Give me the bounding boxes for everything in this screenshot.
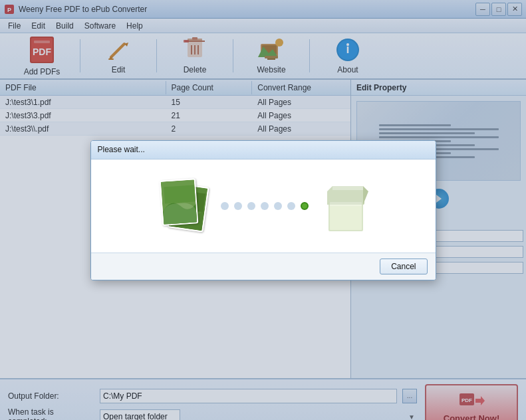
epub-target-icon	[322, 181, 365, 231]
progress-dot-2	[234, 202, 242, 210]
epub-box-svg	[322, 181, 368, 234]
progress-dot-5	[274, 202, 282, 210]
cancel-button[interactable]: Cancel	[380, 259, 427, 274]
please-wait-modal: Please wait...	[90, 140, 436, 280]
progress-dot-7	[301, 202, 309, 210]
svg-rect-34	[164, 185, 196, 203]
progress-dot-6	[287, 202, 295, 210]
photo-card-front	[160, 178, 199, 226]
progress-dots	[221, 202, 309, 210]
progress-dot-3	[247, 202, 255, 210]
modal-overlay: Please wait...	[0, 0, 526, 420]
modal-body	[91, 159, 436, 253]
svg-rect-38	[330, 202, 362, 206]
modal-footer: Cancel	[91, 253, 436, 280]
progress-dot-4	[261, 202, 269, 210]
modal-title-bar: Please wait...	[91, 141, 436, 159]
svg-rect-36	[330, 202, 362, 230]
pdf-source-icon	[161, 179, 207, 233]
progress-dot-1	[221, 202, 229, 210]
modal-title: Please wait...	[98, 145, 145, 154]
